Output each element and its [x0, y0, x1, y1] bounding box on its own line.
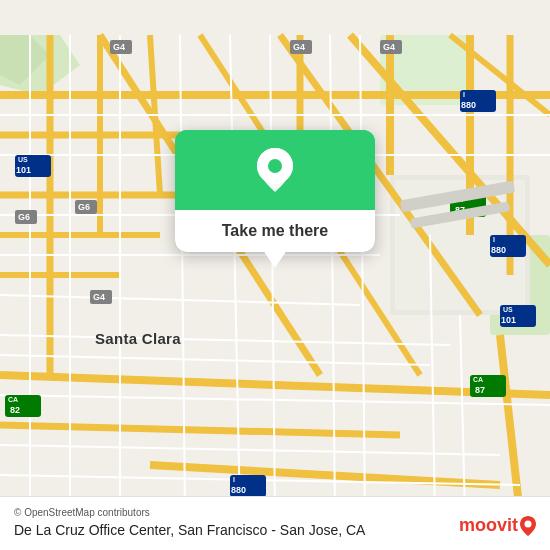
svg-text:CA: CA [8, 396, 18, 403]
svg-text:880: 880 [491, 245, 506, 255]
bottom-bar: © OpenStreetMap contributors De La Cruz … [0, 496, 550, 550]
svg-text:I: I [493, 236, 495, 243]
svg-text:I: I [463, 91, 465, 98]
map-background: US 101 G4 G4 G4 G4 G6 G6 I 880 I 880 I 8… [0, 0, 550, 550]
svg-text:82: 82 [10, 405, 20, 415]
svg-text:G4: G4 [113, 42, 125, 52]
map-container: US 101 G4 G4 G4 G4 G6 G6 I 880 I 880 I 8… [0, 0, 550, 550]
take-me-there-button[interactable]: Take me there [175, 210, 375, 252]
svg-text:G4: G4 [293, 42, 305, 52]
moovit-pin-icon [520, 516, 536, 536]
svg-text:87: 87 [475, 385, 485, 395]
svg-text:G4: G4 [383, 42, 395, 52]
svg-text:I: I [233, 476, 235, 483]
svg-text:880: 880 [231, 485, 246, 495]
location-description: De La Cruz Office Center, San Francisco … [14, 522, 536, 538]
svg-text:101: 101 [16, 165, 31, 175]
svg-text:CA: CA [473, 376, 483, 383]
svg-text:G6: G6 [18, 212, 30, 222]
moovit-logo: moovit [459, 515, 536, 536]
moovit-text: moovit [459, 515, 518, 536]
card-pointer [263, 250, 287, 268]
svg-text:101: 101 [501, 315, 516, 325]
svg-text:US: US [18, 156, 28, 163]
location-pin-icon [257, 148, 293, 192]
area-label: Santa Clara [95, 330, 181, 347]
svg-point-91 [268, 159, 282, 173]
map-attribution: © OpenStreetMap contributors [14, 507, 536, 518]
svg-point-92 [525, 520, 532, 527]
svg-text:US: US [503, 306, 513, 313]
location-card: Take me there [175, 130, 375, 252]
card-top [175, 130, 375, 210]
svg-text:G6: G6 [78, 202, 90, 212]
svg-text:880: 880 [461, 100, 476, 110]
svg-text:G4: G4 [93, 292, 105, 302]
